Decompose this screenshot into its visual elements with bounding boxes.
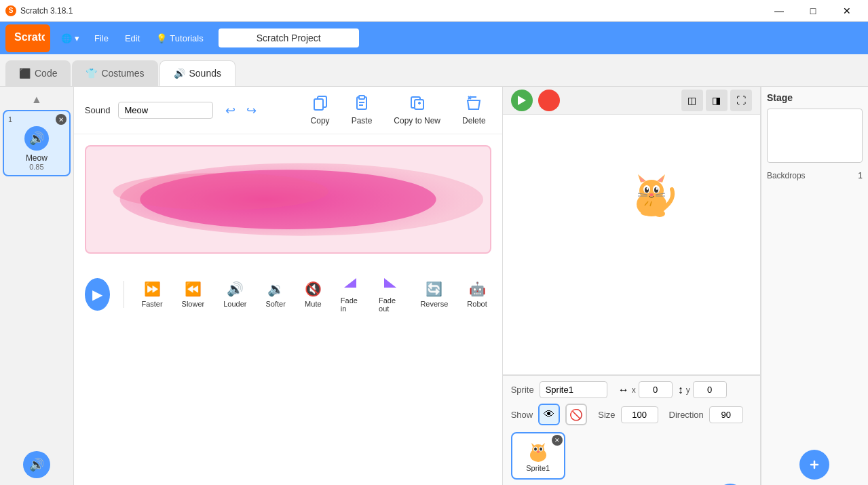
svg-point-39 bbox=[654, 210, 665, 217]
sounds-tab-label: Sounds bbox=[189, 68, 221, 79]
close-button[interactable]: ✕ bbox=[831, 0, 863, 22]
direction-label: Direction bbox=[669, 410, 704, 420]
sound-editor: Sound ↩ ↪ Copy bbox=[74, 87, 502, 485]
play-button[interactable]: ▶ bbox=[85, 278, 110, 311]
softer-effect[interactable]: 🔉 Softer bbox=[261, 278, 289, 311]
svg-point-31 bbox=[646, 187, 648, 190]
mute-label: Mute bbox=[305, 300, 321, 308]
show-hidden-button[interactable]: 🚫 bbox=[565, 404, 587, 425]
copy-action[interactable]: Copy bbox=[305, 92, 335, 128]
show-visible-button[interactable]: 👁 bbox=[538, 404, 560, 425]
slower-effect[interactable]: ⏪ Slower bbox=[178, 278, 209, 311]
svg-text:Scratch: Scratch bbox=[14, 31, 45, 43]
paste-icon bbox=[354, 95, 370, 115]
softer-icon: 🔉 bbox=[267, 281, 284, 297]
delete-icon bbox=[466, 95, 482, 115]
louder-effect[interactable]: 🔊 Louder bbox=[219, 278, 250, 311]
scratch-logo: Scratch bbox=[5, 24, 50, 52]
y-input[interactable] bbox=[693, 381, 727, 398]
edit-menu[interactable]: Edit bbox=[118, 31, 147, 46]
scroll-up-button[interactable]: ▲ bbox=[30, 92, 43, 107]
tab-costumes[interactable]: 👕 Costumes bbox=[72, 60, 157, 86]
sprite1-delete-button[interactable]: ✕ bbox=[552, 435, 563, 446]
svg-marker-20 bbox=[518, 96, 526, 105]
svg-point-22 bbox=[639, 180, 664, 201]
size-label: Size bbox=[598, 410, 615, 420]
paste-action[interactable]: Paste bbox=[346, 92, 378, 128]
large-stage-button[interactable]: ◨ bbox=[706, 90, 728, 111]
maximize-button[interactable]: □ bbox=[797, 0, 829, 22]
mute-effect[interactable]: 🔇 Mute bbox=[301, 278, 326, 311]
x-arrow-icon: ↔ bbox=[618, 384, 629, 396]
stage-canvas bbox=[503, 115, 760, 374]
stop-button[interactable] bbox=[538, 90, 560, 111]
svg-marker-19 bbox=[384, 278, 396, 288]
faster-icon: ⏩ bbox=[144, 281, 161, 297]
sound-name-label: Sound bbox=[85, 105, 111, 115]
sprite-name-input[interactable] bbox=[540, 381, 607, 398]
sound-item-icon: 🔊 bbox=[24, 126, 49, 151]
sound-name-input[interactable] bbox=[118, 102, 213, 119]
divider bbox=[124, 281, 124, 308]
svg-marker-44 bbox=[531, 443, 535, 447]
tab-sounds[interactable]: 🔊 Sounds bbox=[159, 60, 235, 86]
copy-to-new-label: Copy to New bbox=[394, 116, 440, 125]
waveform-container[interactable] bbox=[85, 145, 491, 254]
backdrops-count: 1 bbox=[858, 171, 863, 180]
minimize-button[interactable]: — bbox=[763, 0, 795, 22]
app-logo: S bbox=[5, 5, 16, 16]
svg-marker-18 bbox=[344, 278, 356, 288]
menubar: Scratch 🌐 ▾ File Edit 💡 Tutorials bbox=[0, 22, 868, 54]
reverse-effect[interactable]: 🔄 Reverse bbox=[416, 278, 452, 311]
stage-view-buttons: ◫ ◨ ⛶ bbox=[681, 90, 752, 111]
sprite-list-row: ✕ Sprite1 bbox=[511, 432, 752, 480]
fade-in-effect[interactable]: Fade in bbox=[337, 273, 364, 315]
fade-out-label: Fade out bbox=[379, 296, 401, 313]
language-selector[interactable]: 🌐 ▾ bbox=[56, 31, 85, 46]
sounds-list-panel: ▲ 1 ✕ 🔊 Meow 0.85 🔊 bbox=[0, 87, 74, 485]
x-input[interactable] bbox=[639, 381, 673, 398]
stage-panel-title: Stage bbox=[767, 92, 863, 103]
slower-label: Slower bbox=[182, 300, 205, 308]
sprite-show-row: Show 👁 🚫 Size Direction bbox=[511, 404, 752, 425]
copy-to-new-action[interactable]: Copy to New bbox=[388, 92, 446, 128]
tutorials-label: Tutorials bbox=[170, 33, 203, 43]
tab-code[interactable]: ⬛ Code bbox=[5, 60, 71, 86]
redo-button[interactable]: ↪ bbox=[242, 102, 261, 119]
file-menu[interactable]: File bbox=[88, 31, 115, 46]
sound-toolbar: Sound ↩ ↪ Copy bbox=[74, 87, 502, 134]
main-layout: ▲ 1 ✕ 🔊 Meow 0.85 🔊 Sound ↩ ↪ bbox=[0, 87, 868, 485]
undo-button[interactable]: ↩ bbox=[221, 102, 240, 119]
reverse-icon: 🔄 bbox=[426, 281, 442, 297]
louder-label: Louder bbox=[223, 300, 246, 308]
direction-input[interactable] bbox=[709, 406, 743, 423]
fullscreen-button[interactable]: ⛶ bbox=[730, 90, 752, 111]
small-stage-button[interactable]: ◫ bbox=[681, 90, 703, 111]
green-flag-button[interactable] bbox=[511, 90, 533, 111]
add-sound-button[interactable]: 🔊 bbox=[23, 451, 50, 478]
sprite-thumb-sprite1[interactable]: ✕ Sprite1 bbox=[511, 432, 565, 480]
fade-out-effect[interactable]: Fade out bbox=[375, 273, 405, 315]
sound-delete-button[interactable]: ✕ bbox=[56, 114, 67, 125]
x-coord-group: ↔ x bbox=[618, 381, 673, 398]
project-title-input[interactable] bbox=[219, 28, 359, 47]
faster-effect[interactable]: ⏩ Faster bbox=[137, 278, 166, 311]
sound-item[interactable]: 1 ✕ 🔊 Meow 0.85 bbox=[3, 110, 71, 176]
size-input[interactable] bbox=[621, 406, 658, 423]
louder-icon: 🔊 bbox=[227, 281, 244, 297]
robot-effect[interactable]: 🤖 Robot bbox=[463, 278, 491, 311]
delete-action[interactable]: Delete bbox=[457, 92, 491, 128]
add-backdrop-button[interactable] bbox=[799, 450, 829, 480]
svg-point-48 bbox=[534, 447, 537, 450]
x-label: x bbox=[632, 385, 636, 395]
paste-label: Paste bbox=[352, 116, 373, 125]
svg-point-33 bbox=[649, 193, 654, 196]
y-coord-group: ↕ y bbox=[678, 381, 727, 398]
y-arrow-icon: ↕ bbox=[678, 384, 683, 396]
globe-arrow: ▾ bbox=[75, 33, 79, 43]
slower-icon: ⏪ bbox=[185, 281, 202, 297]
robot-icon: 🤖 bbox=[469, 281, 486, 297]
sound-item-name: Meow bbox=[26, 153, 48, 163]
app-title: Scratch 3.18.1 bbox=[20, 6, 73, 16]
tutorials-menu[interactable]: 💡 Tutorials bbox=[149, 31, 210, 46]
